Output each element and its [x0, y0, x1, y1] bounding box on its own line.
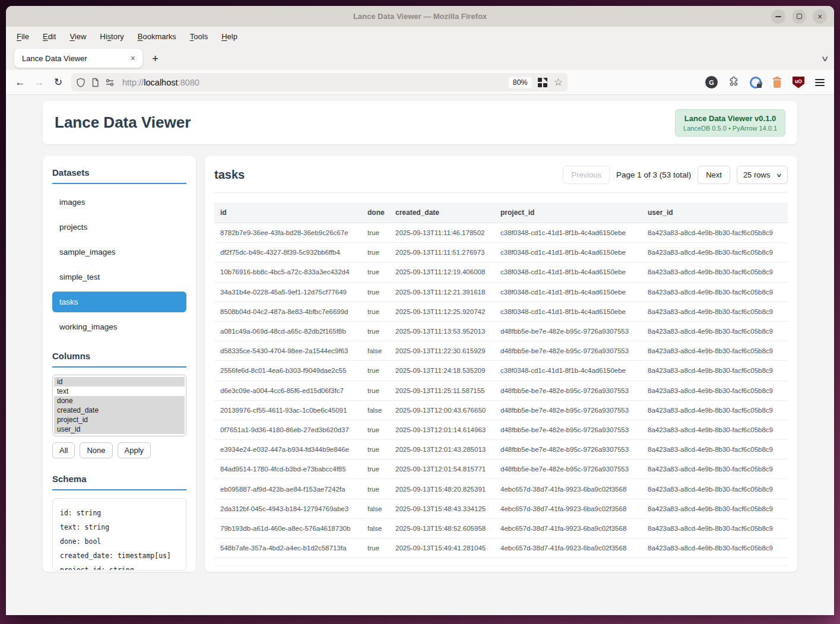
column-option-user_id[interactable]: user_id — [54, 425, 185, 434]
column-option-created_date[interactable]: created_date — [54, 406, 185, 415]
dataset-item-simple_test[interactable]: simple_test — [52, 267, 186, 287]
cell-done: true — [362, 460, 389, 479]
cell-project_id: c38f0348-cd1c-41d1-8f1b-4c4ad6150ebe — [495, 262, 642, 282]
cell-id: 20139976-cf55-4611-93ac-1c0be6c45091 — [214, 400, 362, 420]
column-option-text[interactable]: text — [54, 387, 185, 396]
dataset-item-projects[interactable]: projects — [52, 217, 186, 237]
menu-item-view[interactable]: View — [69, 32, 86, 41]
privacy-gauge-icon[interactable] — [750, 77, 762, 88]
menu-text: ile — [21, 32, 29, 41]
schema-line: id: string — [60, 506, 179, 520]
cell-done: true — [362, 420, 389, 439]
cell-user_id: 8a423a83-a8cd-4e9b-8b30-facf6c05b8c9 — [642, 420, 788, 439]
table-row: 0f7651a1-9d36-4180-86eb-27ed3b620d37true… — [214, 420, 788, 439]
shield-icon[interactable] — [76, 78, 85, 87]
new-tab-button[interactable]: + — [152, 53, 159, 64]
cell-id: 34a31b4e-0228-45a5-9ef1-12d75cf77649 — [214, 282, 362, 302]
cell-user_id: 8a423a83-a8cd-4e9b-8b30-facf6c05b8c9 — [642, 243, 788, 262]
list-all-tabs-chevron-icon[interactable]: ∨ — [821, 54, 829, 63]
menu-item-history[interactable]: History — [100, 32, 123, 41]
version-badge: Lance Data Viewer v0.1.0 LanceDB 0.5.0 •… — [675, 109, 785, 137]
cell-done: false — [362, 518, 389, 538]
dataset-item-sample_images[interactable]: sample_images — [52, 242, 186, 262]
cell-id: df2f75dc-b49c-4327-8f39-5c932bb6ffb4 — [214, 243, 362, 262]
screenshot-grid-icon[interactable] — [538, 78, 547, 87]
extensions-puzzle-icon[interactable] — [728, 76, 739, 89]
bookmark-star-icon[interactable]: ☆ — [554, 77, 563, 87]
table-row: 34a31b4e-0228-45a5-9ef1-12d75cf77649true… — [214, 282, 788, 302]
page-info-icon[interactable] — [91, 78, 100, 87]
cell-project_id: c38f0348-cd1c-41d1-8f1b-4c4ad6150ebe — [495, 243, 642, 262]
tab-close-icon[interactable]: × — [128, 53, 138, 63]
data-table: iddonecreated_dateproject_iduser_id 8782… — [214, 202, 788, 566]
browser-tab[interactable]: Lance Data Viewer × — [14, 49, 142, 68]
grid-square — [538, 83, 542, 87]
menu-mnemonic: H — [221, 32, 227, 41]
url-bar[interactable]: http://localhost:8080 80% ☆ — [71, 73, 568, 91]
menu-item-help[interactable]: Help — [221, 32, 237, 41]
app-menu-hamburger-icon[interactable] — [815, 79, 825, 86]
close-button[interactable]: × — [813, 9, 827, 24]
minimize-button[interactable] — [771, 9, 785, 24]
zoom-level-indicator[interactable]: 80% — [509, 77, 532, 88]
cell-created_date: 2025-09-13T12:01:43.285013 — [389, 440, 495, 460]
cell-created_date: 2025-09-13T11:12:21.391618 — [389, 282, 495, 302]
dataset-item-tasks[interactable]: tasks — [52, 292, 186, 312]
table-row: e3934e24-e032-447a-b934-fd344b9e846etrue… — [214, 440, 788, 460]
columns-buttons: All None Apply — [52, 442, 186, 458]
table-row: d58335ce-5430-4704-98ee-2a1544ec9f63fals… — [214, 341, 788, 361]
schema-box[interactable]: id: stringtext: stringdone: boolcreated_… — [52, 498, 186, 571]
menu-item-file[interactable]: File — [17, 32, 29, 41]
cell-done: true — [362, 243, 389, 262]
column-option-id[interactable]: id — [54, 377, 185, 387]
column-option-done[interactable]: done — [54, 396, 185, 406]
ublock-shield-icon[interactable]: uO — [793, 77, 804, 88]
extension-g-icon[interactable]: G — [705, 76, 718, 88]
select-none-button[interactable]: None — [80, 442, 112, 458]
menu-text: Hi — [100, 32, 107, 41]
close-icon: × — [817, 12, 822, 21]
cell-done: true — [362, 282, 389, 302]
cell-done: true — [362, 361, 389, 381]
table-row: eb095887-af9d-423b-ae84-f153ae7242fatrue… — [214, 479, 788, 499]
cell-project_id: d48fbb5e-be7e-482e-b95c-9726a9307553 — [495, 440, 642, 460]
minimize-icon — [775, 16, 781, 17]
table-row: 84ad9514-1780-4fcd-b3bd-e73babcc4f85true… — [214, 460, 788, 479]
maximize-button[interactable] — [792, 9, 806, 24]
column-header-created_date: created_date — [389, 202, 495, 223]
dataset-item-images[interactable]: images — [52, 192, 186, 213]
back-button[interactable]: ← — [11, 77, 30, 88]
cell-created_date: 2025-09-13T11:25:11.587155 — [389, 381, 495, 400]
previous-page-button[interactable]: Previous — [563, 166, 610, 184]
select-all-button[interactable]: All — [52, 442, 75, 458]
table-row: 548b7afe-357a-4bd2-a4ec-b1d2c58713fatrue… — [214, 539, 788, 558]
column-option-project_id[interactable]: project_id — [54, 415, 185, 425]
cell-done: true — [362, 539, 389, 558]
table-row: 2da312bf-045c-4943-b184-12794769abe3fals… — [214, 499, 788, 518]
dataset-item-working_images[interactable]: working_images — [52, 316, 186, 337]
menu-text: iew — [75, 32, 87, 41]
window-titlebar[interactable]: Lance Data Viewer — Mozilla Firefox × — [6, 6, 834, 27]
cell-user_id: 8a423a83-a8cd-4e9b-8b30-facf6c05b8c9 — [642, 223, 788, 243]
rows-per-page-select[interactable]: 25 rows ∨ — [737, 166, 788, 184]
apply-button[interactable]: Apply — [118, 442, 151, 458]
columns-listbox[interactable]: idtextdonecreated_dateproject_iduser_id — [52, 375, 186, 436]
main-panel: tasks Previous Page 1 of 3 (53 total) Ne… — [205, 156, 797, 572]
permissions-icon[interactable] — [105, 78, 115, 87]
trash-extension-icon[interactable] — [772, 77, 782, 88]
tab-strip: Lance Data Viewer × + ∨ — [6, 46, 834, 70]
cell-id: 8782b7e9-36ee-43fa-bd28-36eb9c26c67e — [214, 223, 362, 243]
cell-user_id: 8a423a83-a8cd-4e9b-8b30-facf6c05b8c9 — [642, 321, 788, 341]
reload-button[interactable]: ↻ — [49, 76, 68, 88]
trash-lid — [773, 78, 781, 80]
menu-text: ookmarks — [142, 32, 176, 41]
menu-item-bookmarks[interactable]: Bookmarks — [138, 32, 176, 41]
cell-created_date: 2025-09-13T12:01:54.815771 — [389, 460, 495, 479]
cell-empty — [362, 558, 389, 566]
menu-item-edit[interactable]: Edit — [43, 32, 56, 41]
desktop-background: Lance Data Viewer — Mozilla Firefox × Fi… — [0, 0, 840, 624]
menu-item-tools[interactable]: Tools — [190, 32, 208, 41]
next-page-button[interactable]: Next — [698, 166, 730, 184]
cell-project_id: c38f0348-cd1c-41d1-8f1b-4c4ad6150ebe — [495, 282, 642, 302]
forward-button[interactable]: → — [30, 77, 49, 88]
